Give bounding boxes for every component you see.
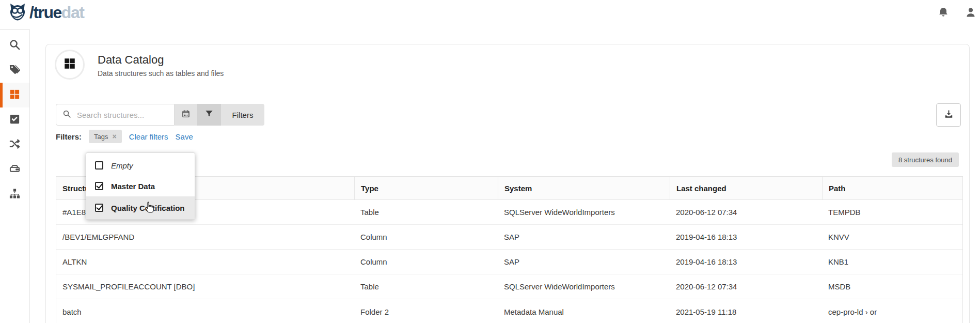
table-row[interactable]: batch Folder 2 Metadata Manual 2021-05-1… xyxy=(56,299,962,323)
cell-system: SQLServer WideWorldImporters xyxy=(498,274,670,299)
cell-path: TEMPDB xyxy=(822,200,962,224)
catalog-avatar xyxy=(55,50,85,80)
grid-icon xyxy=(63,57,76,72)
sidebar-item-search[interactable] xyxy=(0,33,29,58)
cell-last-changed: 2020-06-12 07:34 xyxy=(670,274,822,299)
tag-icon xyxy=(9,64,21,78)
cell-type: Table xyxy=(354,200,498,224)
cell-system: SAP xyxy=(498,225,670,249)
filters-button[interactable]: Filters xyxy=(221,104,264,126)
remove-chip-icon[interactable]: × xyxy=(112,133,116,140)
sidebar-item-data-catalog[interactable] xyxy=(0,83,29,107)
checkbox-checked[interactable] xyxy=(95,204,103,212)
cell-last-changed: 2019-04-16 18:13 xyxy=(670,225,822,249)
checkbox-unchecked[interactable] xyxy=(95,161,103,170)
cell-structure[interactable]: batch xyxy=(56,299,354,323)
sidebar-item-systems[interactable] xyxy=(0,157,29,182)
tags-filter-dropdown: Empty Master Data Quality Certification xyxy=(86,152,195,220)
user-icon[interactable] xyxy=(965,6,977,19)
grid-icon xyxy=(9,88,21,102)
cell-type: Column xyxy=(354,250,498,274)
data-catalog-panel: Data Catalog Data structures such as tab… xyxy=(45,44,970,323)
column-header-last-changed[interactable]: Last changed xyxy=(670,177,822,199)
dropdown-option-label: Quality Certification xyxy=(111,204,185,212)
table-row[interactable]: /BEV1/EMLGPFAND Column SAP 2019-04-16 18… xyxy=(56,225,962,250)
filter-funnel-button[interactable] xyxy=(197,104,221,126)
dropdown-option-label: Empty xyxy=(111,161,133,170)
cell-type: Folder 2 xyxy=(354,299,498,323)
dropdown-option-label: Master Data xyxy=(111,182,155,191)
page-subtitle: Data structures such as tables and files xyxy=(98,69,224,78)
cell-last-changed: 2020-06-12 07:34 xyxy=(670,200,822,224)
dropdown-option-quality-certification[interactable]: Quality Certification xyxy=(86,196,195,219)
cell-structure[interactable]: /BEV1/EMLGPFAND xyxy=(56,225,354,249)
dropdown-option-master-data[interactable]: Master Data xyxy=(86,176,195,196)
search-icon xyxy=(9,39,21,53)
table-row[interactable]: ALTKN Column SAP 2019-04-16 18:13 KNB1 xyxy=(56,250,962,274)
search-input[interactable] xyxy=(76,110,166,120)
owl-logo-icon xyxy=(7,1,28,24)
column-header-path[interactable]: Path xyxy=(822,177,962,199)
cell-path: KNB1 xyxy=(822,250,962,274)
column-header-system[interactable]: System xyxy=(498,177,670,199)
filters-button-label: Filters xyxy=(232,111,254,119)
save-filters-link[interactable]: Save xyxy=(176,132,193,141)
download-icon xyxy=(944,109,954,121)
applied-filters-bar: Filters: Tags × Clear filters Save xyxy=(56,129,193,144)
check-square-icon xyxy=(9,113,21,127)
cell-system: SAP xyxy=(498,250,670,274)
cell-last-changed: 2021-05-19 11:18 xyxy=(670,299,822,323)
download-button[interactable] xyxy=(936,103,961,127)
sidebar-nav xyxy=(0,29,30,323)
cell-structure[interactable]: ALTKN xyxy=(56,250,354,274)
cell-type: Column xyxy=(354,225,498,249)
table-row[interactable]: SYSMAIL_PROFILEACCOUNT [DBO] Table SQLSe… xyxy=(56,274,962,299)
cell-system: SQLServer WideWorldImporters xyxy=(498,200,670,224)
cell-last-changed: 2019-04-16 18:13 xyxy=(670,250,822,274)
sitemap-icon xyxy=(9,188,21,202)
cell-system: Metadata Manual xyxy=(498,299,670,323)
column-header-type[interactable]: Type xyxy=(354,177,498,199)
cell-path: MSDB xyxy=(822,274,962,299)
brand-wordmark: /truedat xyxy=(29,2,84,23)
shuffle-icon xyxy=(9,138,21,152)
clear-filters-link[interactable]: Clear filters xyxy=(129,132,168,141)
filter-chip-label: Tags xyxy=(94,133,108,141)
sidebar-item-quality[interactable] xyxy=(0,107,29,132)
truedat-logo[interactable]: /truedat xyxy=(7,1,84,24)
cell-type: Table xyxy=(354,274,498,299)
sidebar-item-tags[interactable] xyxy=(0,58,29,83)
cell-structure[interactable]: SYSMAIL_PROFILEACCOUNT [DBO] xyxy=(56,274,354,299)
search-box xyxy=(56,104,175,126)
cell-path: KNVV xyxy=(822,225,962,249)
calendar-filter-button[interactable] xyxy=(175,104,197,126)
funnel-icon xyxy=(204,109,214,120)
sidebar-item-lineage[interactable] xyxy=(0,132,29,157)
bell-icon[interactable] xyxy=(937,6,950,19)
dropdown-option-empty[interactable]: Empty xyxy=(86,155,195,176)
results-count-badge: 8 structures found xyxy=(892,152,959,167)
drive-icon xyxy=(9,163,21,177)
filter-chip-tags[interactable]: Tags × xyxy=(89,130,122,143)
page-title: Data Catalog xyxy=(98,53,164,67)
filters-label: Filters: xyxy=(56,132,82,141)
top-bar: /truedat xyxy=(0,0,980,29)
cell-path: cep-pro-ld › or xyxy=(822,299,962,323)
search-icon xyxy=(62,110,71,120)
sidebar-item-taxonomy[interactable] xyxy=(0,182,29,207)
calendar-icon xyxy=(181,109,191,120)
checkbox-checked[interactable] xyxy=(95,182,103,190)
